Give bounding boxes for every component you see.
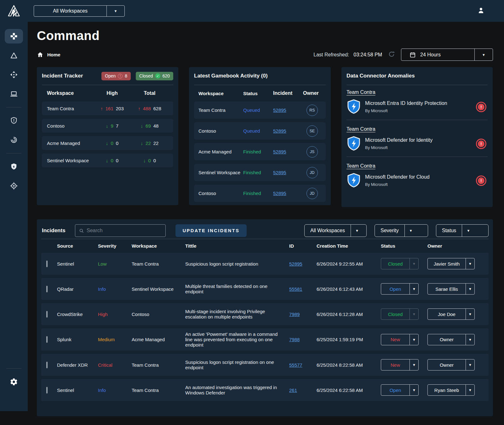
row-checkbox[interactable]	[46, 311, 48, 318]
table-row[interactable]: Sentinel Workspace Finished 52895 JD	[194, 164, 326, 181]
incident-link[interactable]: 52895	[273, 128, 286, 134]
time-range-selector[interactable]: 24 Hours ▼	[401, 49, 493, 61]
incident-row[interactable]: Sentinel Info Team Contra An automated i…	[41, 379, 489, 401]
sidebar-item-automation[interactable]	[5, 133, 23, 147]
anomaly-alert-icon: !	[476, 175, 486, 186]
row-checkbox[interactable]	[46, 336, 48, 343]
shield-bolt-icon	[10, 163, 18, 171]
sidebar-item-apps[interactable]	[5, 67, 23, 82]
owner-select[interactable]: Javier Smith▼	[427, 258, 475, 269]
incident-link[interactable]: 52895	[273, 107, 286, 113]
chevron-down-icon: ▼	[468, 287, 472, 291]
table-row[interactable]: Contoso Queued 52895 SE	[194, 122, 326, 140]
avatar[interactable]: SE	[306, 125, 318, 137]
workspace-link[interactable]: Team Contra	[346, 126, 375, 132]
anomaly-alert-icon: !	[476, 102, 486, 112]
severity-badge: Info	[98, 388, 132, 393]
incident-id-link[interactable]: 7988	[289, 337, 300, 342]
incident-id-link[interactable]: 7989	[289, 312, 300, 317]
incident-link[interactable]: 52895	[273, 149, 286, 154]
avatar[interactable]: JD	[306, 167, 318, 178]
incident-id-link[interactable]: 261	[289, 388, 297, 393]
shield-bolt-blue-icon	[346, 136, 361, 152]
status-select[interactable]: Closed▼	[381, 258, 419, 269]
table-row[interactable]: Contoso ↓97 ↓6948	[42, 119, 173, 133]
incidents-search[interactable]	[75, 224, 166, 237]
table-row[interactable]: Contoso Finished 52895 JD	[194, 185, 326, 202]
shield-bolt-blue-icon	[346, 99, 361, 115]
incident-id-link[interactable]: 55577	[289, 362, 302, 368]
status-badge: Finished	[243, 170, 273, 175]
filter-arrow[interactable]: ▼	[462, 225, 474, 237]
incident-title: An active 'Powemet' malware in a command…	[185, 331, 289, 347]
incident-row[interactable]: Sentinel Low Team Contra Suspicious logo…	[41, 253, 489, 275]
status-select[interactable]: Open▼	[381, 283, 419, 295]
time-range-arrow[interactable]: ▼	[474, 49, 493, 60]
row-checkbox[interactable]	[46, 261, 48, 267]
filter-status[interactable]: Status ▼	[436, 224, 489, 237]
connector-item: Team Contra Microsoft Defender for Ident…	[346, 122, 488, 159]
incident-row[interactable]: QRadar Info Sentinel Workspace Multiple …	[41, 278, 489, 300]
sidebar-item-target[interactable]	[5, 179, 23, 193]
owner-select[interactable]: Ryan Steeb▼	[427, 384, 475, 396]
incident-row[interactable]: Splunk Medium Acme Managed An active 'Po…	[41, 328, 489, 351]
status-select[interactable]: Open▼	[381, 384, 419, 396]
avatar[interactable]: RS	[306, 105, 318, 116]
sidebar-item-defense[interactable]	[5, 159, 23, 174]
workspace-link[interactable]: Team Contra	[346, 89, 375, 95]
incident-row[interactable]: Defender XDR Critical Team Contra Suspic…	[41, 354, 489, 376]
row-checkbox[interactable]	[46, 286, 48, 292]
incident-id-link[interactable]: 52895	[289, 261, 302, 267]
refresh-button[interactable]	[388, 50, 395, 59]
incident-link[interactable]: 52895	[273, 191, 286, 196]
filter-arrow[interactable]: ▼	[404, 225, 417, 237]
incident-title: Suspicious logon script registration on …	[185, 359, 289, 370]
filter-severity[interactable]: Severity ▼	[375, 224, 428, 237]
status-select[interactable]: New▼	[381, 359, 419, 370]
update-incidents-button[interactable]: UPDATE INCIDENTS	[175, 224, 247, 237]
app-logo[interactable]	[0, 4, 28, 18]
row-checkbox[interactable]	[46, 362, 48, 368]
table-row[interactable]: Acme Managed Finished 52895 JS	[194, 143, 326, 160]
sidebar-item-command[interactable]	[5, 29, 23, 43]
avatar[interactable]: JS	[306, 146, 318, 158]
target-icon	[10, 182, 18, 190]
sidebar-divider	[6, 107, 21, 107]
owner-select[interactable]: Sarae Ellis▼	[427, 283, 475, 295]
filter-workspaces[interactable]: All Workspaces ▼	[304, 224, 367, 237]
filter-arrow[interactable]: ▼	[351, 225, 363, 237]
table-row[interactable]: Sentinel Workspace ↓00 ↓00	[42, 153, 173, 167]
incident-title: Multi-stage incident involving Privilege…	[185, 309, 289, 319]
table-row[interactable]: Team Contra Queued 52895 RS	[194, 101, 326, 119]
search-input[interactable]	[87, 228, 162, 233]
workspace-selector-arrow[interactable]: ▼	[106, 6, 124, 16]
sidebar-item-threats[interactable]	[5, 113, 23, 128]
incident-link[interactable]: 52895	[273, 170, 286, 175]
shield-bolt-blue-icon	[346, 173, 361, 188]
sidebar-item-devices[interactable]	[5, 87, 23, 101]
avatar[interactable]: JD	[306, 188, 318, 199]
owner-select[interactable]: Owner▼	[427, 359, 475, 370]
sidebar-item-alerts[interactable]	[5, 48, 23, 63]
user-menu[interactable]	[477, 6, 485, 15]
status-select[interactable]: New▼	[381, 334, 419, 345]
workspace-link[interactable]: Team Contra	[346, 163, 375, 169]
chevron-down-icon: ▼	[412, 262, 416, 266]
owner-select[interactable]: Owner▼	[427, 334, 475, 345]
calendar-icon	[410, 52, 416, 58]
table-row[interactable]: Team Contra ↑161203 ↑488628	[42, 101, 173, 115]
incident-row[interactable]: CrowdStrike High Contoso Multi-stage inc…	[41, 303, 489, 325]
connectors-title: Data Connector Anomalies	[346, 73, 415, 79]
check-circle-icon: ✓	[155, 73, 160, 78]
status-select[interactable]: Closed▼	[381, 308, 419, 320]
alert-circle-icon: !	[118, 74, 123, 78]
sidebar-item-settings[interactable]	[5, 375, 23, 389]
breadcrumb[interactable]: Home	[37, 51, 60, 58]
table-row[interactable]: Acme Managed ↓00 ↓2222	[42, 136, 173, 150]
row-checkbox[interactable]	[46, 387, 48, 393]
incident-id-link[interactable]: 55581	[289, 286, 302, 292]
owner-select[interactable]: Joe Doe▼	[427, 308, 475, 320]
main-content: Command Home Last Refreshed: 03:24:58 PM	[28, 22, 504, 425]
workspace-selector[interactable]: All Workspaces ▼	[34, 5, 125, 17]
chevron-down-icon: ▼	[467, 229, 470, 233]
